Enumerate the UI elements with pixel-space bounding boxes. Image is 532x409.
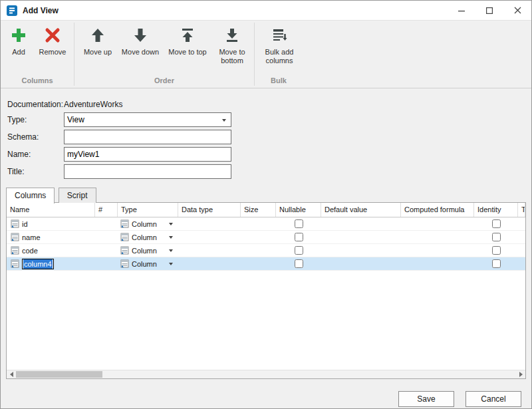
move-to-top-icon xyxy=(179,25,196,46)
ribbon-group-bulk: Bulk add columns Bulk xyxy=(255,21,303,88)
tab-script[interactable]: Script xyxy=(59,188,96,203)
chevron-down-icon xyxy=(169,236,173,239)
titlebar: Add View xyxy=(1,1,531,21)
table-row[interactable]: id Column xyxy=(7,217,525,231)
move-down-icon xyxy=(132,25,149,46)
title-label: Title: xyxy=(7,167,64,176)
row-type-dropdown[interactable]: Column xyxy=(118,217,178,230)
identity-checkbox[interactable] xyxy=(492,233,501,241)
column-icon xyxy=(120,233,129,241)
bulk-add-columns-icon xyxy=(271,25,288,46)
remove-label: Remove xyxy=(39,48,66,57)
row-type-value: Column xyxy=(132,260,157,268)
add-button[interactable]: Add xyxy=(4,23,33,59)
table-row[interactable]: name Column xyxy=(7,231,525,244)
row-type-dropdown[interactable]: Column xyxy=(118,244,178,257)
grid-header-default[interactable]: Default value xyxy=(321,203,401,217)
ribbon-group-bulk-label: Bulk xyxy=(255,75,303,88)
move-to-bottom-button[interactable]: Move to bottom xyxy=(212,23,252,67)
type-combobox[interactable]: View xyxy=(64,112,231,127)
columns-grid-panel: Name # Type Data type Size Nullable Defa… xyxy=(6,202,526,379)
move-up-icon xyxy=(89,25,106,46)
move-down-label: Move down xyxy=(122,48,159,57)
grid-header-size[interactable]: Size xyxy=(241,203,276,217)
name-edit-box[interactable]: column4 xyxy=(22,259,54,269)
move-up-label: Move up xyxy=(84,48,112,57)
minimize-button[interactable] xyxy=(448,1,475,20)
remove-icon xyxy=(45,25,61,46)
grid-header-type[interactable]: Type xyxy=(118,203,178,217)
ribbon-group-order: Move up Move down Move to top xyxy=(74,21,254,88)
chevron-down-icon xyxy=(169,263,173,265)
grid-header-datatype[interactable]: Data type xyxy=(178,203,241,217)
dialog-footer: Save Cancel xyxy=(1,391,531,407)
grid-header-nullable[interactable]: Nullable xyxy=(276,203,321,217)
schema-label: Schema: xyxy=(7,132,64,142)
chevron-down-icon xyxy=(169,249,173,252)
column-icon xyxy=(120,259,129,268)
add-label: Add xyxy=(12,48,25,57)
identity-checkbox[interactable] xyxy=(492,219,501,228)
grid-header-formula[interactable]: Computed formula xyxy=(401,203,474,217)
maximize-button[interactable] xyxy=(475,1,503,20)
column-icon xyxy=(120,219,129,228)
close-icon xyxy=(514,7,521,14)
move-down-button[interactable]: Move down xyxy=(118,23,163,59)
view-form: Documentation: AdventureWorks Type: View… xyxy=(1,88,531,186)
schema-input[interactable] xyxy=(64,130,231,144)
column-icon xyxy=(11,259,19,268)
title-input[interactable] xyxy=(64,164,231,179)
type-combobox-value: View xyxy=(67,115,84,124)
add-view-dialog: Add View Add xyxy=(0,0,532,409)
ribbon-group-order-label: Order xyxy=(74,75,254,88)
move-to-bottom-label: Move to bottom xyxy=(213,48,251,65)
row-type-dropdown[interactable]: Column xyxy=(118,231,178,243)
ribbon: Add Remove Columns Move up xyxy=(1,21,531,88)
ribbon-group-columns: Add Remove Columns xyxy=(1,21,74,88)
remove-button[interactable]: Remove xyxy=(33,23,72,59)
row-name: name xyxy=(22,233,41,241)
table-row[interactable]: code Column xyxy=(7,244,525,257)
row-name: code xyxy=(22,247,38,255)
cancel-button[interactable]: Cancel xyxy=(466,391,521,407)
scroll-right-button[interactable] xyxy=(516,370,525,378)
scroll-left-icon xyxy=(10,372,13,377)
nullable-checkbox[interactable] xyxy=(295,219,303,228)
hscrollbar-thumb[interactable] xyxy=(16,371,102,378)
grid-header-identity[interactable]: Identity xyxy=(474,203,518,217)
minimize-icon xyxy=(458,7,465,14)
table-row-selected[interactable]: column4 Column xyxy=(7,257,525,271)
move-to-top-label: Move to top xyxy=(168,48,206,57)
name-edit-selection: column4 xyxy=(23,259,53,269)
grid-header-name[interactable]: Name xyxy=(7,203,95,217)
row-type-value: Column xyxy=(132,220,157,228)
row-name: id xyxy=(22,220,28,228)
close-button[interactable] xyxy=(503,1,531,20)
row-type-dropdown[interactable]: Column xyxy=(118,257,178,270)
row-type-value: Column xyxy=(132,233,157,241)
tab-strip: Columns Script xyxy=(6,188,531,203)
bulk-add-columns-button[interactable]: Bulk add columns xyxy=(258,23,301,67)
move-to-top-button[interactable]: Move to top xyxy=(163,23,212,59)
chevron-down-icon xyxy=(169,223,173,225)
ribbon-group-columns-label: Columns xyxy=(1,75,74,88)
grid-header-title[interactable]: T xyxy=(518,203,525,217)
horizontal-scrollbar[interactable] xyxy=(7,370,525,378)
name-input[interactable] xyxy=(64,147,231,162)
row-type-value: Column xyxy=(132,247,157,255)
type-label: Type: xyxy=(7,115,64,124)
identity-checkbox[interactable] xyxy=(492,246,501,255)
column-icon xyxy=(11,219,19,228)
move-up-button[interactable]: Move up xyxy=(78,23,118,59)
save-button[interactable]: Save xyxy=(398,391,454,407)
tab-columns[interactable]: Columns xyxy=(6,188,55,204)
identity-checkbox[interactable] xyxy=(492,259,501,268)
nullable-checkbox[interactable] xyxy=(295,246,303,255)
grid-header-number[interactable]: # xyxy=(95,203,118,217)
name-label: Name: xyxy=(7,150,64,159)
nullable-checkbox[interactable] xyxy=(295,259,303,268)
scroll-left-button[interactable] xyxy=(7,370,16,378)
window-title: Add View xyxy=(23,6,448,15)
documentation-value: AdventureWorks xyxy=(64,100,122,109)
nullable-checkbox[interactable] xyxy=(295,233,303,241)
